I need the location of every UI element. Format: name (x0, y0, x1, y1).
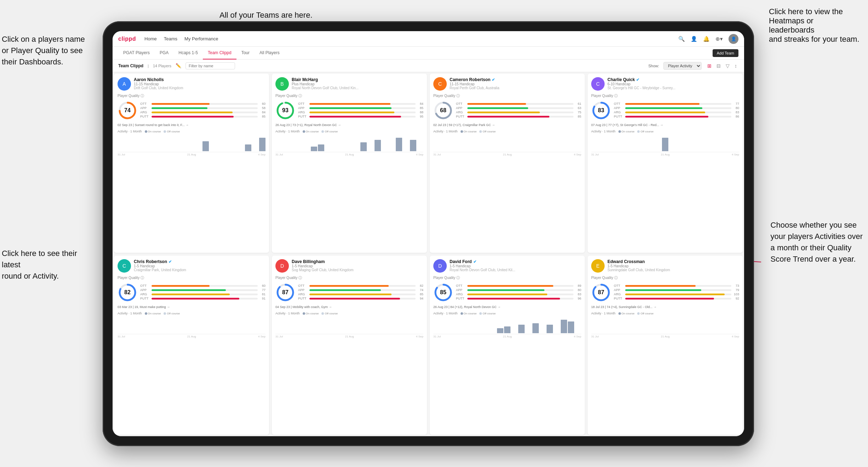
player-avatar[interactable]: B (275, 77, 289, 91)
card-header: E Edward Crossman 1-5 Handicap Sunningda… (591, 259, 739, 273)
verified-icon: ✔ (636, 78, 639, 82)
grid-view-button[interactable]: ⊞ (706, 62, 713, 69)
quality-circle[interactable]: 93 (275, 101, 295, 120)
player-name[interactable]: Cameron Robertson✔ (450, 77, 581, 82)
player-name[interactable]: David Ford✔ (450, 259, 581, 264)
sort-button[interactable]: ↕ (733, 62, 738, 69)
tab-tour[interactable]: Tour (236, 47, 255, 59)
player-avatar[interactable]: C (118, 259, 131, 273)
latest-round[interactable]: 02 Jul 23 | 59 (+17), Craigmillar Park G… (433, 123, 581, 127)
app-navbar: clippd Home Teams My Performance 🔍 👤 🔔 ⊕… (113, 31, 744, 47)
activity-header: Activity · 1 Month On course Off course (433, 312, 581, 315)
show-select[interactable]: Player Activity (663, 62, 702, 70)
nav-teams[interactable]: Teams (164, 36, 177, 41)
player-handicap: Plus Handicap (292, 82, 423, 86)
settings-icon[interactable]: ⊕▾ (715, 36, 723, 42)
activity-section: Activity · 1 Month On course Off course … (275, 312, 423, 338)
quality-circle[interactable]: 83 (591, 101, 611, 120)
quality-circle[interactable]: 74 (118, 101, 137, 120)
edit-icon[interactable]: ✏️ (176, 63, 181, 68)
latest-round[interactable]: 07 Aug 23 | 77 (+7), St George's Hill GC… (591, 123, 739, 127)
quality-section[interactable]: 83 OTT 77 APP 80 ARG 83 PUTT 86 (591, 101, 739, 120)
latest-round[interactable]: 04 Sep 23 | Mobility with coach, Gym → (275, 305, 423, 309)
quality-section[interactable]: 68 OTT 61 APP 63 ARG 75 PUTT 85 (433, 101, 581, 120)
latest-round[interactable]: 03 Mar 23 | 19, Must make putting → (118, 305, 265, 309)
grid-small-view-button[interactable]: ⊟ (715, 62, 722, 69)
search-icon[interactable]: 🔍 (678, 36, 685, 42)
activity-legend: On course Off course (461, 312, 496, 315)
quality-section[interactable]: 87 OTT 73 APP 79 ARG 103 PUTT 92 (591, 283, 739, 302)
pipe-separator: | (148, 64, 149, 68)
latest-round[interactable]: 26 Aug 23 | 84 (+12), Royal North Devon … (433, 305, 581, 309)
filter-button[interactable]: ▽ (724, 62, 731, 69)
quality-row-arg: ARG 81 (140, 292, 265, 296)
tab-team-clippd[interactable]: Team Clippd (203, 47, 236, 59)
player-name[interactable]: Aaron Nicholls (134, 77, 265, 82)
nav-home[interactable]: Home (144, 36, 157, 41)
quality-row-ott: OTT 61 (456, 102, 581, 106)
quality-circle[interactable]: 87 (275, 283, 295, 302)
player-avatar[interactable]: C (591, 77, 605, 91)
quality-row-ott: OTT 82 (298, 284, 423, 287)
player-name[interactable]: Chris Robertson✔ (134, 259, 265, 264)
quality-bars: OTT 84 APP 85 ARG 88 PUTT 95 (298, 102, 423, 119)
quality-row-app: APP 77 (140, 288, 265, 292)
add-team-button[interactable]: Add Team (713, 49, 738, 57)
player-avatar[interactable]: D (275, 259, 289, 273)
tab-all-players[interactable]: All Players (255, 47, 285, 59)
quality-circle[interactable]: 68 (433, 101, 453, 120)
filter-input[interactable] (185, 62, 235, 69)
player-name[interactable]: Charlie Quick✔ (607, 77, 739, 82)
tab-hcaps[interactable]: Hcaps 1-5 (173, 47, 203, 59)
player-card: C Chris Robertson✔ 1-5 Handicap Craigmil… (114, 256, 269, 435)
player-club: Royal North Devon Golf Club, United Kin.… (292, 86, 423, 90)
bell-icon[interactable]: 🔔 (703, 36, 710, 42)
player-avatar[interactable]: E (591, 259, 605, 273)
quality-section[interactable]: 74 OTT 60 APP 58 ARG 84 PUTT 85 (118, 101, 265, 120)
latest-round[interactable]: 26 Aug 23 | 73 (+1), Royal North Devon G… (275, 123, 423, 127)
player-club: Sunningdale Golf Club, United Kingdom (607, 268, 739, 272)
quality-row-ott: OTT 89 (456, 284, 581, 287)
quality-row-ott: OTT 60 (140, 102, 265, 106)
player-info: Dave Billingham 1-5 Handicap Sog Maging … (292, 259, 423, 272)
player-avatar[interactable]: D (433, 259, 447, 273)
tab-pga[interactable]: PGA (155, 47, 173, 59)
latest-round-text: 03 Mar 23 | 19, Must make putting → (118, 305, 170, 309)
card-header: D Dave Billingham 1-5 Handicap Sog Magin… (275, 259, 423, 273)
player-avatar[interactable]: A (118, 77, 131, 91)
player-card: B Blair McHarg Plus Handicap Royal North… (272, 74, 427, 253)
quality-circle[interactable]: 85 (433, 283, 453, 302)
quality-row-app: APP 80 (456, 288, 581, 292)
quality-number: 68 (440, 107, 446, 114)
annotation-top-right: Click here to view theHeatmaps or leader… (769, 7, 861, 44)
quality-number: 87 (282, 289, 289, 296)
user-icon[interactable]: 👤 (691, 36, 697, 42)
nav-my-performance[interactable]: My Performance (184, 36, 218, 41)
quality-section[interactable]: 85 OTT 89 APP 80 ARG 83 PUTT 96 (433, 283, 581, 302)
player-card: D David Ford✔ 1-5 Handicap Royal North D… (430, 256, 585, 435)
latest-round[interactable]: 18 Jul 23 | 74 (+4), Sunningdale GC - Ol… (591, 305, 739, 309)
quality-section[interactable]: 87 OTT 82 APP 74 ARG 85 PUTT 94 (275, 283, 423, 302)
avatar[interactable]: 👤 (729, 34, 738, 44)
quality-circle[interactable]: 82 (118, 283, 137, 302)
latest-round-text: 02 Sep 23 | Sunset round to get back int… (118, 123, 189, 127)
player-handicap: 1-5 Handicap (607, 264, 739, 268)
quality-section[interactable]: 82 OTT 60 APP 77 ARG 81 PUTT 91 (118, 283, 265, 302)
latest-round-text: 02 Jul 23 | 59 (+17), Craigmillar Park G… (433, 123, 495, 127)
quality-row-app: APP 80 (614, 106, 739, 110)
player-name[interactable]: Edward Crossman (607, 259, 739, 264)
quality-section[interactable]: 93 OTT 84 APP 85 ARG 88 PUTT 95 (275, 101, 423, 120)
tab-pgat-players[interactable]: PGAT Players (118, 47, 155, 59)
player-name[interactable]: Dave Billingham (292, 259, 423, 264)
player-avatar[interactable]: C (433, 77, 447, 91)
card-header: B Blair McHarg Plus Handicap Royal North… (275, 77, 423, 91)
player-name[interactable]: Blair McHarg (292, 77, 423, 82)
quality-number: 74 (124, 107, 131, 114)
quality-bars: OTT 89 APP 80 ARG 83 PUTT 96 (456, 284, 581, 301)
latest-round[interactable]: 02 Sep 23 | Sunset round to get back int… (118, 123, 265, 127)
activity-header: Activity · 1 Month On course Off course (275, 130, 423, 133)
team-title: Team Clippd (118, 63, 143, 68)
card-header: C Charlie Quick✔ 6-10 Handicap St. Georg… (591, 77, 739, 91)
quality-row-putt: PUTT 85 (140, 115, 265, 118)
quality-circle[interactable]: 87 (591, 283, 611, 302)
